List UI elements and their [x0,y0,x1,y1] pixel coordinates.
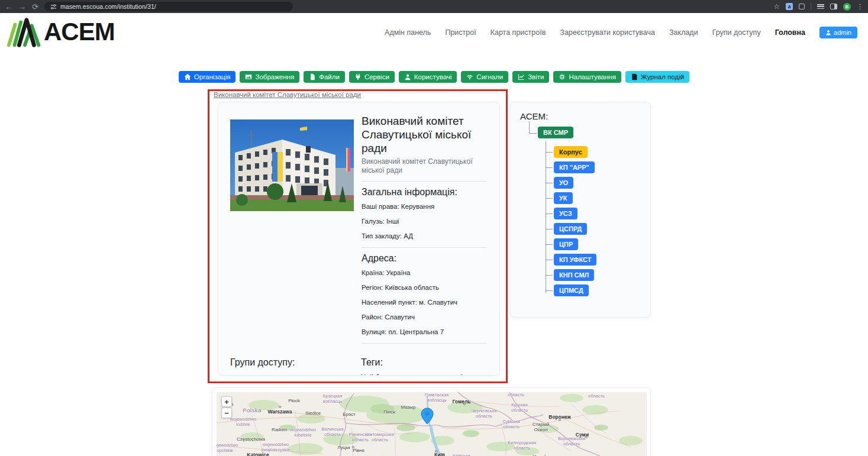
tree-node-uk[interactable]: УК [554,192,573,204]
tab-images[interactable]: Зображення [240,71,299,83]
access-group-item: Виконавчий комітет Славутицької міської … [240,373,361,376]
browser-menu-icon[interactable]: ⋮ [857,3,863,11]
logo-text: ACEM [44,18,115,46]
url-bar[interactable]: masem.escoua.com/institution/31/ [44,2,293,11]
acem-logo-mark-icon [6,17,43,47]
tab-label: Зображення [255,73,294,80]
tab-reports[interactable]: Звіти [512,71,549,83]
tree-node-korpus[interactable]: Корпус [554,146,588,158]
address-heading: Адреса: [362,253,487,264]
tags-empty-text: Цей блок поки що не не має тегів [361,373,488,376]
structure-tree-card: АСЕМ: ВК СМР Корпус КП "АРР" УО УК УСЗ Ц… [510,102,651,318]
type-row: Тип закладу: АД [362,232,487,240]
reading-list-icon[interactable] [817,4,824,9]
divider [362,181,487,182]
map-city-dot [352,446,354,448]
image-icon [245,73,252,80]
map-city-dot [435,450,437,452]
tab-files[interactable]: Файли [304,71,345,83]
region-row: Регіон: Київська область [362,284,487,291]
tree-node-tspr[interactable]: ЦПР [554,238,578,250]
bookmark-star-icon[interactable]: ☆ [773,2,780,11]
extensions-icon[interactable] [799,4,805,9]
user-icon [825,30,831,35]
browser-profile-avatar[interactable]: B [843,3,851,11]
divider [362,247,487,248]
rights-row: Ваші права: Керування [362,203,487,210]
forward-icon[interactable]: → [18,3,26,11]
plug-icon [354,73,362,80]
map-zoom-out-button[interactable]: − [221,408,232,418]
tree-node-uo[interactable]: УО [554,177,573,189]
tab-users[interactable]: Користувачі [399,71,457,83]
street-row: Вулиця: пл. Центральна 7 [362,328,487,335]
file-icon [309,73,316,80]
access-groups-heading: Групи доступу: [230,357,361,368]
nav-home[interactable]: Головна [775,28,805,37]
breadcrumb-institution-link[interactable]: Виконавчий комітет Славутицької міської … [214,91,361,98]
tree-node-usz[interactable]: УСЗ [554,208,577,219]
institution-card: Виконавчий комітет Славутицької міської … [218,102,500,376]
tags-heading: Теги: [361,357,488,368]
main-nav: Адмін панель Пристрої Карта пристроїв За… [385,27,857,38]
tab-event-log[interactable]: Журнал подій [625,71,689,83]
nav-admin-panel[interactable]: Адмін панель [385,28,431,37]
wifi-icon [466,73,473,80]
tree-node-knp-sml[interactable]: КНП СМЛ [554,269,594,281]
tab-settings[interactable]: Налаштування [553,71,621,83]
tab-label: Налаштування [569,73,615,80]
tree-node-kp-arr[interactable]: КП "АРР" [554,161,595,173]
admin-user-button[interactable]: admin [819,27,857,38]
toolbar-divider [811,3,811,10]
tab-label: Сигнали [476,73,503,80]
map-city-dot [279,406,281,408]
tree-children: Корпус КП "АРР" УО УК УСЗ ЦСПРД ЦПР КП У… [554,146,641,296]
tree-node-vk-smr[interactable]: ВК СМР [538,127,573,138]
tab-organization[interactable]: Організація [179,71,236,83]
country-row: Країна: Україна [362,269,487,276]
tab-label: Файли [319,73,340,80]
side-panel-icon[interactable] [830,4,837,9]
tab-label: Організація [194,73,231,80]
tab-signals[interactable]: Сигнали [461,71,508,83]
journal-icon [631,73,638,80]
district-row: Район: Славутич [362,313,487,321]
acem-logo[interactable]: ACEM [6,17,115,47]
refresh-icon[interactable]: ⟳ [32,3,38,11]
url-text: masem.escoua.com/institution/31/ [60,3,156,10]
map-city-dot [463,403,466,405]
map-card: PłockKoninPolskaWarszawaSiedlceБрэстПінс… [212,387,651,456]
map[interactable]: PłockKoninPolskaWarszawaSiedlceБрэстПінс… [217,392,647,456]
tab-services[interactable]: Сервіси [349,71,395,83]
institution-tabs: Організація Зображення Файли Сервіси Кор… [0,71,868,83]
tree-node-kp-ufkst[interactable]: КП УФКСТ [554,254,596,266]
divider [362,343,487,344]
nav-devices[interactable]: Пристрої [445,28,476,37]
translate-icon[interactable]: a [786,3,793,10]
tree-root-row: ВК СМР [538,127,641,138]
gear-icon [559,73,566,80]
institution-photo [230,119,354,211]
tree-node-tssprd[interactable]: ЦСПРД [554,223,587,235]
map-zoom-controls: + − [221,396,232,418]
site-header: ACEM Адмін панель Пристрої Карта пристро… [0,13,868,53]
settlement-row: Населений пункт: м. Славутич [362,299,487,306]
home-icon [184,73,191,80]
tree-heading: АСЕМ: [520,111,641,121]
admin-button-label: admin [834,29,851,36]
branch-row: Галузь: Інші [362,218,487,225]
nav-register-user[interactable]: Зареєструвати користувача [560,28,655,37]
map-city-dot [559,419,561,421]
back-icon[interactable]: ← [5,3,12,11]
nav-access-groups[interactable]: Групи доступу [712,28,761,37]
nav-institutions[interactable]: Заклади [669,28,698,37]
institution-title: Виконавчий комітет Славутицької міської … [362,114,487,156]
chart-icon [518,73,525,80]
map-pin-icon[interactable] [421,408,434,425]
nav-device-map[interactable]: Карта пристроїв [491,28,546,37]
tree-node-tspmsd[interactable]: ЦПМСД [554,284,589,296]
institution-subtitle: Виконавчий комітет Славутицької міської … [362,157,487,176]
map-zoom-in-button[interactable]: + [221,396,232,407]
site-settings-icon[interactable] [50,4,57,10]
access-groups-list: Виконавчий комітет Славутицької міської … [240,373,361,376]
